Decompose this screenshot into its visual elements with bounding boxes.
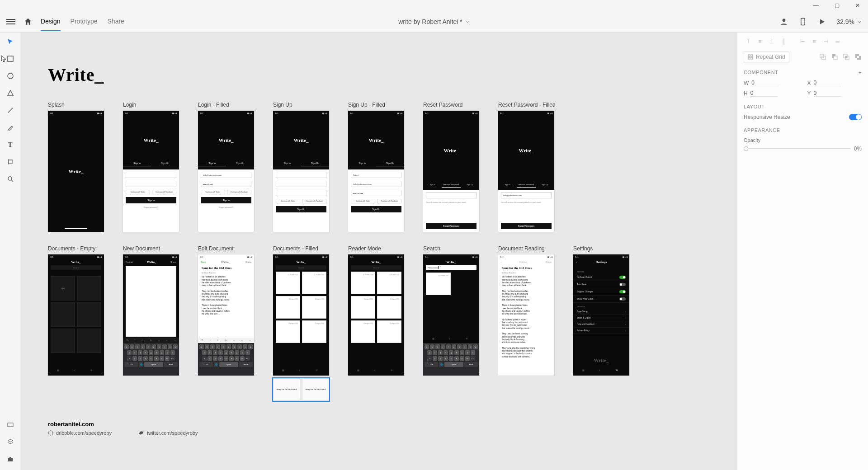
pen-tool[interactable] (6, 123, 15, 132)
svg-rect-14 (751, 55, 753, 56)
user-icon[interactable] (779, 17, 788, 26)
svg-rect-5 (9, 160, 12, 164)
artboard-tool[interactable] (6, 157, 15, 166)
artboard-reset[interactable]: 9:41▮▮ ⧈ ▮Write_ Sign InRecover Password… (423, 111, 479, 232)
artboard-label[interactable]: Login - Filled (198, 102, 254, 108)
subtract-op-icon[interactable] (831, 53, 838, 61)
document-title[interactable]: write by Robert Anitei * (398, 18, 470, 25)
zoom-control[interactable]: 32.9% (836, 18, 862, 25)
artboard-row-1: Splash 9:41▮▮ ⧈ ▮ Write_ Login 9:41▮▮ ⧈ … (48, 102, 629, 232)
align-right-icon[interactable]: ⊣ (821, 37, 830, 46)
artboard-label[interactable]: Documents - Filled (273, 245, 329, 252)
hamburger-menu[interactable] (6, 18, 15, 26)
maximize-button[interactable]: ▢ (826, 0, 847, 11)
device-preview-icon[interactable] (798, 17, 807, 26)
select-tool[interactable] (6, 37, 15, 46)
layers-icon[interactable] (6, 437, 15, 446)
svg-rect-11 (8, 458, 13, 461)
artboard-edit-doc[interactable]: 9:41▮▮ ⧈ ▮ SaveWrite_Share Song for the … (198, 254, 254, 376)
y-label: Y (807, 90, 811, 97)
twitter-icon (139, 430, 144, 436)
artboard-docs-filled[interactable]: 9:41▮▮ ⧈ ▮ Write_ Search 25 October 2019… (273, 254, 329, 376)
play-icon[interactable] (817, 17, 826, 26)
artboard-reset-filled[interactable]: 9:41▮▮ ⧈ ▮Write_ Sign InRecover Password… (498, 111, 554, 232)
height-label: H (744, 90, 748, 97)
artboard-signup-filled[interactable]: 9:41▮▮ ⧈ ▮Write_ Sign InSign Up Robert h… (348, 111, 404, 232)
artboard-search[interactable]: 9:41▮▮ ⧈ ▮ Write_ Phenomenal 25 October … (423, 254, 479, 376)
distribute-h-icon[interactable]: ═ (833, 37, 842, 46)
svg-point-0 (783, 19, 786, 22)
opacity-label: Opacity (744, 137, 862, 143)
artboard-label[interactable]: Search (423, 245, 479, 252)
document-title-text: write by Robert Anitei * (398, 18, 462, 25)
artboard-label[interactable]: Edit Document (198, 245, 254, 252)
artboard-docs-empty[interactable]: 9:41▮▮ ⧈ ▮ Write_ Search + ▦≡⚙ (48, 254, 104, 376)
distribute-v-icon[interactable]: ║ (779, 37, 788, 46)
left-toolbar: T (0, 33, 21, 470)
artboard-label[interactable]: Login (123, 102, 179, 108)
tab-prototype[interactable]: Prototype (71, 12, 98, 31)
artboard-signup[interactable]: 9:41▮▮ ⧈ ▮Write_ Sign InSign Up Continue… (273, 111, 329, 232)
svg-point-3 (8, 73, 13, 79)
svg-line-4 (8, 108, 13, 113)
properties-panel: ⟙ ≡ ⟘ ║ ⊢ ≡ ⊣ ═ Repeat Grid COMPONENT + … (737, 33, 868, 470)
artboard-login[interactable]: 9:41▮▮ ⧈ ▮Write_ Sign InSign Up Continue… (123, 111, 179, 232)
add-op-icon[interactable] (819, 53, 826, 61)
artboard-label[interactable]: Documents - Empty (48, 245, 104, 252)
x-input[interactable] (814, 80, 841, 86)
artboard-label[interactable]: Reader Mode (348, 245, 404, 252)
zoom-tool[interactable] (6, 174, 15, 183)
assets-icon[interactable] (6, 420, 15, 429)
twitter-link: twitter.com/speedyroby (139, 430, 198, 436)
repeat-grid-button[interactable]: Repeat Grid (744, 52, 789, 62)
artboard-label[interactable]: Settings (573, 245, 629, 252)
dribbble-link: dribbble.com/speedyroby (48, 430, 112, 436)
svg-rect-10 (8, 423, 13, 427)
add-component-icon[interactable]: + (859, 70, 862, 75)
artboard-label[interactable]: Sign Up - Filled (348, 102, 404, 108)
artboard-label[interactable]: Reset Password - Filled (498, 102, 556, 108)
artboard-label[interactable]: New Document (123, 245, 179, 252)
align-middle-icon[interactable]: ≡ (755, 37, 764, 46)
responsive-resize-toggle[interactable] (849, 114, 862, 120)
artboard-label[interactable]: Document Reading (498, 245, 554, 252)
artboard-new-doc[interactable]: 9:41▮▮ ⧈ ▮ CancelWrite_Share BIUA≡⎌⎌ qwe… (123, 254, 179, 376)
svg-rect-16 (751, 57, 753, 59)
svg-rect-23 (845, 56, 847, 58)
text-tool[interactable]: T (6, 140, 15, 149)
polygon-tool[interactable] (6, 89, 15, 98)
height-input[interactable] (750, 90, 778, 97)
artboard-splash[interactable]: 9:41▮▮ ⧈ ▮ Write_ (48, 111, 104, 232)
y-input[interactable] (814, 90, 841, 97)
artboard-settings[interactable]: 9:41▮▮ ⧈ ▮ ‹Settings EDITORKeyboard Soun… (573, 254, 629, 376)
svg-rect-12 (9, 457, 11, 458)
exclude-op-icon[interactable] (854, 53, 862, 61)
tab-share[interactable]: Share (108, 12, 124, 31)
selected-repeat-grid[interactable]: Song for the Old OnesSong for the Old On… (273, 378, 329, 401)
line-tool[interactable] (6, 106, 15, 115)
intersect-op-icon[interactable] (843, 53, 850, 61)
align-left-icon[interactable]: ⊢ (798, 37, 807, 46)
opacity-slider[interactable] (744, 148, 850, 149)
home-icon[interactable] (24, 17, 33, 26)
ellipse-tool[interactable] (6, 71, 15, 80)
artboard-label[interactable]: Sign Up (273, 102, 329, 108)
close-button[interactable]: ✕ (847, 0, 868, 11)
align-bottom-icon[interactable]: ⟘ (767, 37, 776, 46)
align-row: ⟙ ≡ ⟘ ║ ⊢ ≡ ⊣ ═ (744, 37, 862, 46)
minimize-button[interactable]: — (806, 0, 826, 11)
credits: robertanitei.com dribbble.com/speedyroby… (48, 421, 629, 436)
plugins-icon[interactable] (6, 455, 15, 464)
artboard-label[interactable]: Reset Password (423, 102, 479, 108)
tab-design[interactable]: Design (41, 12, 61, 31)
width-input[interactable] (751, 80, 778, 86)
svg-point-8 (8, 177, 12, 180)
artboard-doc-reading[interactable]: 9:41▮▮ ⧈ ▮ ‹Write_Share Song for the Old… (498, 254, 554, 376)
align-center-icon[interactable]: ≡ (810, 37, 819, 46)
artboard-login-filled[interactable]: 9:41▮▮ ⧈ ▮Write_ Sign InSign Up hello@ro… (198, 111, 254, 232)
zoom-value: 32.9% (836, 18, 854, 25)
artboard-reader[interactable]: 9:41▮▮ ⧈ ▮ Write_ Search 25 October 2019… (348, 254, 404, 376)
artboard-label[interactable]: Splash (48, 102, 104, 108)
canvas[interactable]: Write_ Splash 9:41▮▮ ⧈ ▮ Write_ Login 9:… (21, 33, 737, 470)
align-top-icon[interactable]: ⟙ (744, 37, 753, 46)
